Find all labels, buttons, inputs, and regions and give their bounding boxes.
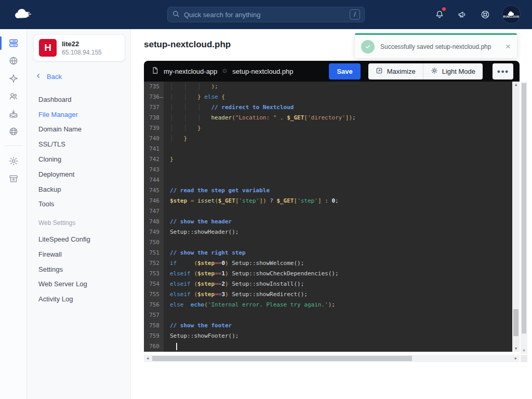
server-name: lite22 [62,40,102,48]
code-text [164,237,170,248]
save-button[interactable]: Save [329,63,360,79]
code-line: 760 [144,341,520,352]
code-line: 735│ │ │ ); [144,82,520,92]
editor-scroll-down-arrow[interactable] [512,345,520,352]
back-link[interactable]: Back [35,73,130,81]
rail-archive-icon[interactable] [0,170,27,188]
announcements-icon[interactable] [456,8,469,21]
code-text: │ } [164,134,187,144]
provider-logo: H [39,39,57,57]
rail-divider [4,145,23,146]
code-text: // show the footer [164,321,232,331]
search-bar[interactable]: / [167,7,365,22]
search-icon [172,10,180,20]
light-mode-label: Light Mode [442,68,475,75]
avatar[interactable]: RUNCLOUD [502,5,521,24]
code-area[interactable]: 735│ │ │ );736│ │ } else {737│ │ │ // re… [144,82,520,352]
line-number: 754 [144,279,164,289]
sidebar-item-domain-name[interactable]: Domain Name [27,122,130,137]
vertical-scrollbar[interactable] [521,82,527,354]
rail-dns-icon[interactable] [0,123,27,140]
rail-settings-icon[interactable] [0,152,27,170]
sidebar-section-label: Web Settings [38,219,130,227]
rail-web-apps-icon[interactable] [0,52,27,70]
code-line: 757 [144,310,520,321]
line-number: 746 [144,196,164,206]
code-line: 754elseif ($step==2) Setup::showInstall(… [144,279,520,289]
line-number: 739 [144,123,164,134]
code-text: │ │ │ // redirect to Nextcloud [164,102,294,113]
editor-vertical-scrollbar[interactable] [512,82,520,352]
sidebar-item-deployment[interactable]: Deployment [27,167,130,182]
notifications-icon[interactable] [433,8,446,21]
rail-servers-icon[interactable] [0,34,27,52]
code-text: Setup::showHeader(); [164,227,238,237]
more-options-button[interactable]: ●●● [493,63,513,79]
breadcrumb-folder[interactable]: my-nextcloud-app [164,68,217,75]
code-line: 740│ } [144,134,520,144]
sidebar-item-tools[interactable]: Tools [27,196,130,211]
line-number: 736 [144,92,164,102]
code-text: │ │ } else { [164,92,225,102]
line-number: 740 [144,134,164,144]
check-icon [361,40,375,54]
sidebar-item-dashboard[interactable]: Dashboard [27,92,130,107]
code-text: elseif ($step==1) Setup::showCheckDepend… [164,269,339,279]
sidebar-item-web-server-log[interactable]: Web Server Log [27,277,130,292]
scroll-right-arrow[interactable] [512,355,520,362]
avatar-label: RUNCLOUD [503,15,519,18]
code-text: else echo('Internal error. Please try ag… [164,300,335,310]
rail-team-icon[interactable] [0,87,27,105]
code-line: 742} [144,154,520,165]
help-icon[interactable] [479,8,491,21]
horizontal-scrollbar-thumb[interactable] [152,356,412,361]
line-number: 745 [144,185,164,196]
scroll-down-arrow[interactable] [521,348,527,354]
line-number: 755 [144,289,164,300]
line-number: 753 [144,269,164,279]
sidebar-item-file-manager[interactable]: File Manager [27,107,130,122]
breadcrumb-separator-icon [222,66,228,76]
code-text: // show the right step [164,248,246,258]
maximize-icon [376,67,383,76]
breadcrumb-file: setup-nextcloud.php [232,68,293,75]
code-line: 747 [144,206,520,217]
maximize-button[interactable]: Maximize [368,63,423,79]
sidebar-item-settings[interactable]: Settings [27,262,130,277]
chevron-left-icon [35,73,42,81]
sidebar-item-litespeed-config[interactable]: LiteSpeed Config [27,232,130,247]
scroll-left-arrow[interactable] [144,355,151,362]
editor-scroll-up-arrow[interactable] [512,82,520,88]
horizontal-scrollbar[interactable] [144,355,520,362]
close-icon[interactable]: × [506,42,511,51]
code-line: 739│ │ } [144,123,520,134]
code-text: if ($step==0) Setup::showWelcome(); [164,258,304,269]
line-number: 742 [144,154,164,165]
sidebar-item-cloning[interactable]: Cloning [27,152,130,167]
editor-toolbar: my-nextcloud-app setup-nextcloud.php Sav… [144,61,520,82]
code-line: 741 [144,144,520,154]
code-text: Setup::showFooter(); [164,331,238,341]
line-number: 747 [144,206,164,217]
runcloud-logo-icon[interactable] [12,7,33,22]
rail-spark-icon[interactable] [0,70,27,87]
sidebar-item-firewall[interactable]: Firewall [27,247,130,262]
code-line: 748// show the header [144,217,520,227]
search-input[interactable] [184,11,350,19]
line-number: 759 [144,331,164,341]
sidebar-item-activity-log[interactable]: Activity Log [27,291,130,307]
sidebar-item-ssl-tls[interactable]: SSL/TLS [27,137,130,152]
editor-scrollbar-thumb[interactable] [513,309,518,336]
search-shortcut-badge: / [350,9,360,20]
line-number: 750 [144,237,164,248]
rail-deployments-icon[interactable] [0,105,27,123]
light-mode-button[interactable]: Light Mode [423,63,483,79]
maximize-label: Maximize [387,68,416,75]
server-card[interactable]: H lite22 65.108.94.155 [33,34,125,61]
sidebar-item-backup[interactable]: Backup [27,182,130,197]
code-text [164,206,170,217]
sidebar: H lite22 65.108.94.155 Back DashboardFil… [27,29,131,399]
vertical-scrollbar-thumb[interactable] [522,83,526,334]
line-number: 735 [144,82,164,92]
code-text: } [164,154,174,165]
